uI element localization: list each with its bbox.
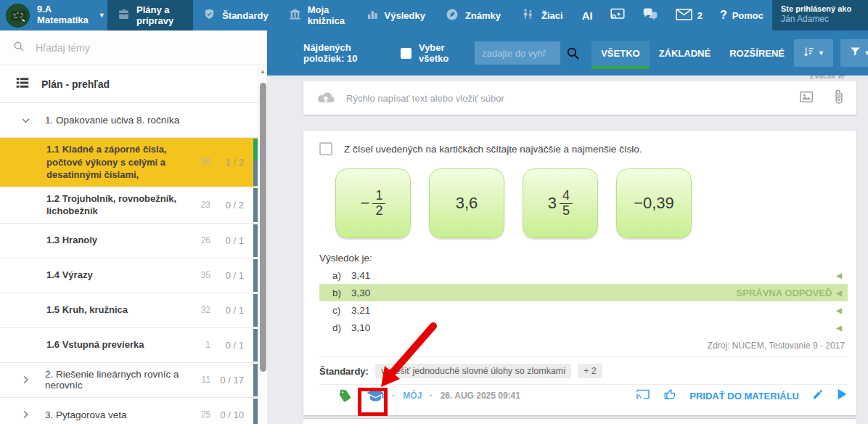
- search-icon[interactable]: [566, 46, 580, 60]
- question-footer: · MÔJ · 26. AUG 2025 09:41 PRIDAŤ DO MAT…: [319, 385, 848, 407]
- briefcase-icon: [118, 8, 130, 23]
- correct-pointer-icon: ◀: [836, 306, 842, 314]
- sidebar-search[interactable]: [0, 30, 267, 65]
- sidebar: Plán - prehľad 1. Opakovanie učiva 8. ro…: [0, 30, 267, 424]
- topic-title: Kruh, kružnica: [62, 304, 128, 315]
- graduation-cap-icon[interactable]: [367, 388, 385, 403]
- topic-progress: 0 / 1: [210, 340, 244, 351]
- tab-vysledky[interactable]: Výsledky: [356, 0, 435, 30]
- ai-button[interactable]: AI: [573, 0, 602, 30]
- topic-search-input[interactable]: [36, 42, 217, 54]
- correct-pointer-icon: ◀: [836, 289, 842, 297]
- library-icon: [289, 8, 301, 23]
- messages-button[interactable]: 2: [667, 0, 711, 30]
- question-checkbox[interactable]: [319, 142, 332, 155]
- plan-overview-label: Plán - prehľad: [41, 78, 110, 90]
- cast-button[interactable]: [602, 0, 634, 30]
- paperclip-icon[interactable]: [835, 89, 843, 107]
- tab-vsetko[interactable]: VŠETKO: [591, 41, 649, 66]
- correct-pointer-icon: ◀: [836, 324, 842, 332]
- sidebar-topic[interactable]: 1.3 Hranoly 26 0 / 1: [0, 224, 267, 258]
- pencil-icon[interactable]: [812, 388, 824, 403]
- owner-label[interactable]: MÔJ: [403, 391, 422, 401]
- number-card: −12: [335, 168, 411, 238]
- option-letter: b): [332, 288, 351, 298]
- sidebar-topics: 1. Opakovanie učiva 8. ročníka 1.1 Kladn…: [0, 103, 267, 424]
- sidebar-topic-parent[interactable]: 3. Pytagorova veta 25 0 / 10: [0, 398, 267, 424]
- select-all[interactable]: Vyber všetko: [401, 42, 456, 64]
- standard-chip[interactable]: vyriešiť jednoduché slovné úlohy so zlom…: [375, 364, 571, 378]
- topic-number: 1.4: [46, 269, 60, 280]
- topic-progress: 0 / 1: [210, 270, 244, 281]
- answer-option[interactable]: c) 3,21 ◀: [319, 301, 848, 319]
- quick-add-bar[interactable]: Rýchlo napísať text alebo vložiť súbor: [303, 81, 856, 115]
- source-label: Zdroj: NÚCEM, Testovanie 9 - 2017: [319, 341, 848, 351]
- topic-progress: 0 / 1: [210, 235, 244, 246]
- topic-count: 10: [189, 157, 210, 167]
- topic-label: 1. Opakovanie učiva 8. ročníka: [45, 115, 189, 126]
- topic-number: 1.3: [46, 235, 60, 245]
- sidebar-topic-parent[interactable]: 1. Opakovanie učiva 8. ročníka: [0, 103, 267, 138]
- topic-progress: 0 / 10: [210, 409, 244, 420]
- topic-label: 3. Pytagorova veta: [45, 409, 189, 420]
- tab-rozsirene[interactable]: ROZŠÍRENÉ: [720, 41, 794, 66]
- topic-progress: 0 / 1: [210, 305, 244, 316]
- question-prompt: Z čísel uvedených na kartičkách sčítajte…: [344, 144, 642, 155]
- filter-button[interactable]: ▼: [840, 39, 868, 67]
- cast-icon[interactable]: [636, 388, 650, 403]
- answer-option[interactable]: d) 3,10 ◀: [319, 319, 848, 336]
- image-icon[interactable]: [800, 91, 813, 105]
- zoom-text-label[interactable]: Zväčšiť te: [810, 76, 845, 80]
- topic-title: Vstupná previerka: [62, 339, 144, 350]
- tab-znamky[interactable]: Známky: [435, 0, 511, 30]
- option-letter: a): [332, 270, 351, 281]
- scroll-up-arrow-icon[interactable]: ▲: [258, 68, 267, 75]
- tag-icon[interactable]: [338, 389, 352, 403]
- sidebar-topic[interactable]: 1.5 Kruh, kružnica 32 0 / 1: [0, 293, 267, 328]
- chevron-down-icon: ▼: [864, 49, 868, 57]
- help-button[interactable]: ? Pomoc: [711, 0, 772, 30]
- scrollbar-thumb[interactable]: [260, 83, 266, 372]
- chat-button[interactable]: [634, 0, 667, 30]
- sidebar-topic-parent[interactable]: 2. Riešenie lineárnych rovníc a nerovníc…: [0, 363, 267, 398]
- answer-options: a) 3,41 ◀ b) 3,30 SPRÁVNA ODPOVEĎ◀ c) 3,…: [319, 266, 848, 336]
- toolbar-search-input[interactable]: [475, 41, 560, 65]
- sidebar-topic[interactable]: 1.4 Výrazy 35 0 / 1: [0, 258, 267, 293]
- tab-plany-a-pripravy[interactable]: Plány a prípravy: [107, 0, 193, 30]
- thumbs-up-icon[interactable]: [663, 388, 676, 404]
- number-card: −0,39: [616, 168, 692, 238]
- correct-answer-badge: ◀: [832, 324, 848, 332]
- standards-more-chip[interactable]: + 2: [578, 364, 602, 378]
- search-icon: [13, 41, 25, 55]
- topic-progress: 0 / 2: [210, 200, 244, 211]
- chevron-down-icon: ▼: [99, 12, 105, 19]
- topic-progress: 1 / 2: [210, 157, 244, 168]
- toolbar-buttons: ▼ ▼: [794, 39, 868, 67]
- topic-number: 1.6: [46, 339, 60, 350]
- tab-zakladne[interactable]: ZÁKLADNÉ: [650, 41, 721, 66]
- select-all-checkbox[interactable]: [401, 48, 412, 59]
- tab-moja-kniznica[interactable]: Moja knižnica: [279, 0, 356, 30]
- standards-label: Štandardy:: [319, 366, 369, 377]
- sidebar-topic[interactable]: 1.1 Kladné a záporné čísla, počtové výko…: [0, 138, 267, 187]
- sort-button[interactable]: ▼: [794, 39, 833, 67]
- user-box[interactable]: Ste prihlásený ako Ján Adamec: [772, 0, 868, 30]
- question-mark-icon: ?: [720, 9, 727, 22]
- sidebar-topic[interactable]: 1.2 Trojuholník, rovnobežník, lichobežní…: [0, 187, 267, 224]
- sidebar-topic[interactable]: 1.6 Vstupná previerka 1 0 / 1: [0, 328, 267, 363]
- answer-option[interactable]: b) 3,30 SPRÁVNA ODPOVEĎ◀: [319, 284, 848, 301]
- app-header: 9.A Matematika ▼ Plány a prípravy Štanda…: [0, 0, 868, 30]
- option-value: 3,21: [351, 305, 370, 316]
- tab-ziaci[interactable]: Žiaci: [511, 0, 573, 30]
- class-selector[interactable]: 9.A Matematika ▼: [0, 0, 107, 30]
- chevron-icon: [22, 412, 30, 417]
- add-to-material-button[interactable]: PRIDAŤ DO MATERIÁLU: [689, 391, 799, 401]
- play-icon[interactable]: [837, 388, 848, 403]
- students-icon: [521, 8, 535, 23]
- cloud-upload-icon: [316, 91, 335, 105]
- tab-standardy[interactable]: Štandardy: [193, 0, 279, 30]
- answer-option[interactable]: a) 3,41 ◀: [319, 266, 848, 284]
- sidebar-scrollbar[interactable]: ▲: [258, 65, 267, 424]
- chat-icon: [642, 8, 658, 23]
- plan-overview-item[interactable]: Plán - prehľad: [0, 65, 267, 103]
